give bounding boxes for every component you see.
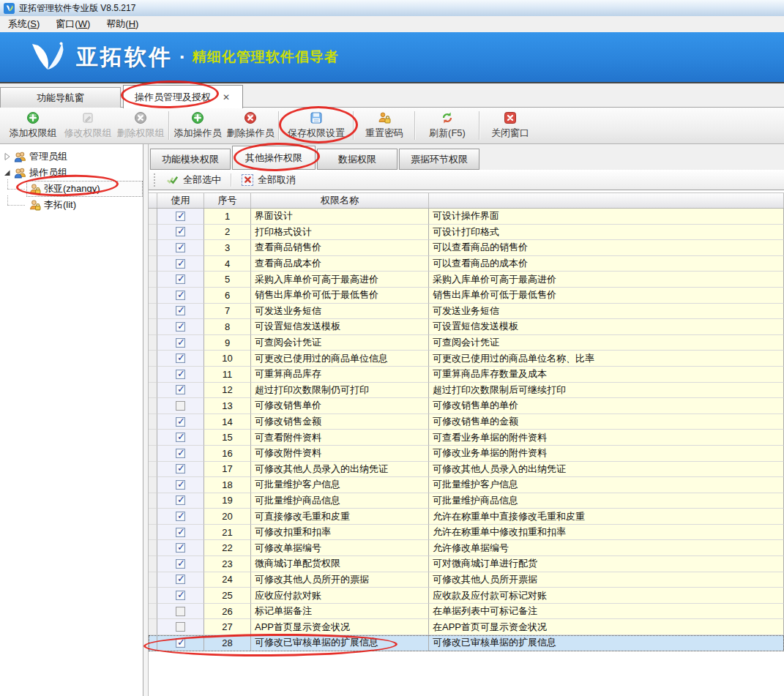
use-cell bbox=[157, 288, 204, 304]
cancel-all-button[interactable]: 全部取消 bbox=[235, 172, 302, 188]
permission-checkbox[interactable] bbox=[176, 385, 185, 394]
permission-checkbox[interactable] bbox=[176, 338, 185, 348]
table-row[interactable]: 24 可修改其他人员所开的票据 可修改其他人员所开票据 bbox=[149, 572, 784, 588]
tree-item-zhangya[interactable]: 张亚(zhangy) bbox=[0, 181, 143, 197]
delete-operator-button[interactable]: 删除操作员 bbox=[224, 108, 277, 143]
permission-checkbox[interactable] bbox=[176, 417, 185, 427]
table-row[interactable]: 18 可批量维护客户信息 可批量维护客户信息 bbox=[149, 477, 784, 493]
tab-other-permissions[interactable]: 其他操作权限 bbox=[232, 146, 316, 170]
tree-item-admin-group[interactable]: 管理员组 bbox=[0, 149, 143, 165]
add-operator-button[interactable]: 添加操作员 bbox=[171, 108, 224, 143]
use-cell bbox=[157, 414, 204, 430]
permission-checkbox[interactable] bbox=[176, 480, 185, 490]
permission-checkbox[interactable] bbox=[176, 528, 185, 537]
table-row[interactable]: 10 可更改已使用过的商品单位信息 可更改已使用过的商品单位名称、比率 bbox=[149, 351, 784, 367]
table-row[interactable]: 14 可修改销售金额 可修改销售单的金额 bbox=[149, 414, 784, 430]
select-all-button[interactable]: 全部选中 bbox=[160, 172, 228, 188]
tab-bill-stage-permissions[interactable]: 票据环节权限 bbox=[399, 149, 479, 170]
number-cell: 11 bbox=[204, 367, 251, 383]
permission-checkbox[interactable] bbox=[176, 243, 185, 252]
tab-operator-management[interactable]: 操作员管理及授权 ✕ bbox=[123, 85, 243, 108]
tab-function-navigator[interactable]: 功能导航窗 bbox=[0, 87, 121, 108]
menu-bar: 系统(S) 窗口(W) 帮助(H) bbox=[0, 16, 784, 32]
table-row[interactable]: 5 采购入库单价可高于最高进价 采购入库单价可高于最高进价 bbox=[149, 272, 784, 288]
table-row[interactable]: 3 查看商品销售价 可以查看商品的销售价 bbox=[149, 240, 784, 256]
chevron-expanded-icon[interactable] bbox=[2, 168, 12, 177]
description-cell: 允许修改单据编号 bbox=[429, 540, 784, 556]
use-cell bbox=[157, 304, 204, 320]
table-row[interactable]: 6 销售出库单价可低于最低售价 销售出库单价可低于最低售价 bbox=[149, 288, 784, 304]
table-row[interactable]: 2 打印格式设计 可设计打印格式 bbox=[149, 225, 784, 241]
panel-splitter[interactable] bbox=[143, 144, 149, 696]
permission-checkbox[interactable] bbox=[176, 370, 185, 379]
description-cell: 可修改其他人员所开票据 bbox=[429, 572, 784, 588]
permission-checkbox[interactable] bbox=[176, 306, 185, 315]
add-permission-group-button[interactable]: 添加权限组 bbox=[4, 108, 61, 143]
permissions-grid: 使用 序号 权限名称 1 界面设计 可设计操作界面 2 打印格式设计 可设计打印… bbox=[149, 190, 784, 696]
permission-checkbox[interactable] bbox=[176, 353, 185, 363]
description-cell: 可以查看商品的成本价 bbox=[429, 256, 784, 272]
tree-item-lituo[interactable]: 李拓(lit) bbox=[0, 197, 143, 213]
permission-checkbox[interactable] bbox=[176, 512, 185, 521]
permission-checkbox[interactable] bbox=[176, 591, 185, 600]
close-tab-icon[interactable]: ✕ bbox=[221, 92, 231, 102]
refresh-button[interactable]: 刷新(F5) bbox=[417, 108, 477, 143]
table-row[interactable]: 19 可批量维护商品信息 可批量维护商品信息 bbox=[149, 493, 784, 509]
table-row[interactable]: 11 可重算商品库存 可重算商品库存数量及成本 bbox=[149, 367, 784, 383]
table-row[interactable]: 27 APP首页显示资金状况 在APP首页可显示资金状况 bbox=[149, 619, 784, 635]
table-row[interactable]: 1 界面设计 可设计操作界面 bbox=[149, 209, 784, 225]
table-row[interactable]: 16 可修改附件资料 可修改业务单据的附件资料 bbox=[149, 446, 784, 462]
permission-checkbox[interactable] bbox=[176, 274, 185, 284]
permission-checkbox[interactable] bbox=[176, 291, 185, 300]
table-row[interactable]: 4 查看商品成本价 可以查看商品的成本价 bbox=[149, 256, 784, 272]
number-cell: 20 bbox=[204, 509, 251, 525]
permission-checkbox[interactable] bbox=[176, 259, 185, 269]
save-permissions-button[interactable]: 保存权限设置 bbox=[281, 108, 351, 143]
permission-checkbox[interactable] bbox=[176, 212, 185, 221]
tab-data-permissions[interactable]: 数据权限 bbox=[317, 149, 397, 170]
permission-checkbox[interactable] bbox=[176, 401, 185, 411]
table-row[interactable]: 8 可设置短信发送模板 可设置短信发送模板 bbox=[149, 319, 784, 335]
brand-banner: 亚拓软件 · 精细化管理软件倡导者 bbox=[0, 32, 784, 82]
table-row[interactable]: 20 可直接修改毛重和皮重 允许在称重单中直接修改毛重和皮重 bbox=[149, 509, 784, 525]
menu-system[interactable]: 系统(S) bbox=[0, 16, 48, 32]
table-row[interactable]: 21 可修改扣重和扣率 允许在称重单中修改扣重和扣率 bbox=[149, 525, 784, 541]
reset-password-button[interactable]: 重置密码 bbox=[356, 108, 413, 143]
permission-checkbox[interactable] bbox=[176, 543, 185, 553]
permission-checkbox[interactable] bbox=[176, 495, 185, 505]
row-indicator bbox=[149, 525, 157, 541]
permission-checkbox[interactable] bbox=[176, 227, 185, 236]
table-row[interactable]: 26 标记单据备注 在单据列表中可标记备注 bbox=[149, 604, 784, 620]
permission-checkbox[interactable] bbox=[176, 322, 185, 332]
permission-checkbox[interactable] bbox=[176, 575, 185, 584]
use-cell bbox=[157, 604, 204, 620]
menu-help[interactable]: 帮助(H) bbox=[98, 16, 146, 32]
menu-window[interactable]: 窗口(W) bbox=[48, 16, 98, 32]
uncheck-all-icon bbox=[242, 174, 253, 186]
table-row[interactable]: 28 可修改已审核单据的扩展信息 可修改已审核单据的扩展信息 bbox=[149, 635, 784, 651]
permission-checkbox[interactable] bbox=[176, 449, 185, 458]
tree-item-operator-group[interactable]: 操作员组 bbox=[0, 165, 143, 181]
window-title: 亚拓管理软件专业版 V8.5.217 bbox=[19, 2, 135, 15]
table-row[interactable]: 15 可查看附件资料 可查看业务单据的附件资料 bbox=[149, 430, 784, 446]
permission-tab-bar: 功能模块权限 其他操作权限 数据权限 票据环节权限 bbox=[149, 144, 784, 170]
permission-checkbox[interactable] bbox=[176, 638, 185, 648]
chevron-collapsed-icon[interactable] bbox=[2, 152, 12, 161]
table-row[interactable]: 17 可修改其他人员录入的出纳凭证 可修改其他人员录入的出纳凭证 bbox=[149, 462, 784, 478]
close-window-button[interactable]: 关闭窗口 bbox=[482, 108, 539, 143]
toolbar-separator bbox=[353, 111, 354, 140]
table-row[interactable]: 22 可修改单据编号 允许修改单据编号 bbox=[149, 540, 784, 556]
button-label: 删除操作员 bbox=[227, 127, 275, 140]
permission-checkbox[interactable] bbox=[176, 622, 185, 632]
table-row[interactable]: 12 超过打印次数限制仍可打印 超过打印次数限制后可继续打印 bbox=[149, 383, 784, 399]
table-row[interactable]: 25 应收应付款对账 应收款及应付款可标记对账 bbox=[149, 588, 784, 604]
table-row[interactable]: 23 微商城订单配货权限 可对微商城订单进行配货 bbox=[149, 556, 784, 572]
permission-checkbox[interactable] bbox=[176, 433, 185, 442]
table-row[interactable]: 7 可发送业务短信 可发送业务短信 bbox=[149, 304, 784, 320]
permission-checkbox[interactable] bbox=[176, 559, 185, 569]
table-row[interactable]: 9 可查阅会计凭证 可查阅会计凭证 bbox=[149, 335, 784, 351]
tab-module-permissions[interactable]: 功能模块权限 bbox=[150, 149, 231, 170]
table-row[interactable]: 13 可修改销售单价 可修改销售单的单价 bbox=[149, 398, 784, 414]
permission-checkbox[interactable] bbox=[176, 464, 185, 474]
permission-checkbox[interactable] bbox=[176, 607, 185, 616]
